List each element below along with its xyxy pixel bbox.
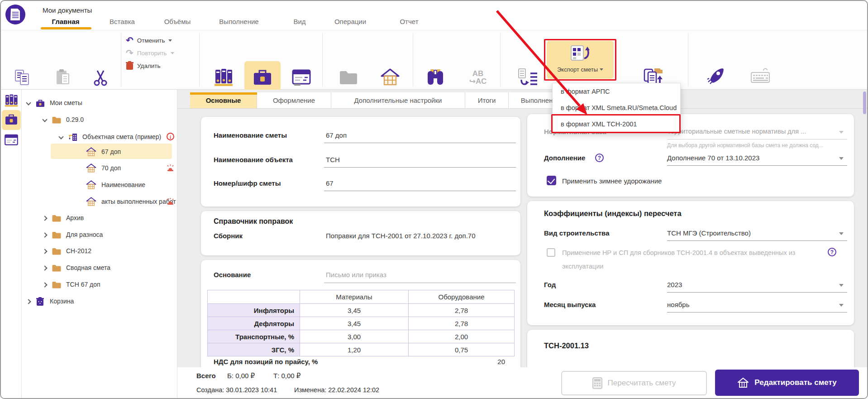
chevron-down-icon[interactable] (839, 157, 844, 160)
tree-item-0-29-0[interactable]: 0.29.0 (22, 112, 177, 128)
app-window: Мои документы Главная Вставка Объёмы Вып… (0, 0, 868, 399)
left-rail (1, 90, 22, 399)
chevron-down-icon[interactable] (839, 304, 844, 307)
nav-tab-operacii[interactable]: Операции (329, 16, 372, 28)
edit-estimate-label: Редактировать смету (754, 378, 836, 387)
year-select[interactable]: 2023 (667, 281, 682, 288)
scrollbar-thumb[interactable] (863, 91, 866, 114)
chevron-right-icon[interactable] (42, 265, 47, 270)
chevron-right-icon[interactable] (26, 299, 31, 304)
calculator-icon (592, 377, 602, 389)
rail-opened-icon[interactable] (4, 134, 19, 149)
app-logo-icon[interactable] (5, 5, 25, 24)
doc-tab-itogi[interactable]: Итоги (465, 92, 509, 109)
undo-icon: ↶ (126, 36, 134, 45)
info-badge-icon[interactable]: i (167, 133, 174, 140)
doc-tab-dop-nastroyki[interactable]: Дополнительные настройки (331, 92, 465, 109)
export-menu: в формат АРПС в формат XML Smeta.RU/Smet… (552, 83, 681, 133)
bases-icon (214, 61, 234, 94)
nav-tab-obyomy[interactable]: Объёмы (158, 16, 196, 28)
cell-inflators-materials[interactable]: 3,45 (300, 304, 409, 317)
estimate-name-field[interactable]: 67 доп (326, 131, 347, 139)
help-question-icon[interactable] (595, 154, 604, 162)
total-label: Всего (196, 372, 216, 380)
tree-item-70-dop[interactable]: 70 доп (22, 161, 177, 176)
cell-deflators-materials[interactable]: 3,45 (300, 317, 409, 330)
folder-icon (52, 247, 62, 257)
tree-item-korzina[interactable]: Корзина (22, 294, 177, 309)
winter-checkbox[interactable] (547, 176, 556, 185)
modified-date: Изменена: 22.02.2024 12:02 (294, 386, 379, 394)
undo-button[interactable]: ↶ Отменить (126, 35, 197, 46)
tree-item-akty[interactable]: акты выполненных работ (22, 194, 177, 210)
field-label: Номер/шифр сметы (214, 179, 281, 187)
basis-label: Основание (214, 271, 251, 279)
field-label: Наименование объекта (214, 156, 293, 163)
tree-item-arhiv[interactable]: Архив (22, 211, 177, 226)
export-estimate-button[interactable]: Экспорт сметы (547, 41, 614, 79)
month-select[interactable]: ноябрь (667, 301, 690, 308)
cell-transport-materials[interactable]: 3,00 (300, 330, 409, 343)
nr-sp-checkbox-label-line2: эксплуатации (562, 263, 603, 270)
copy-icon (14, 61, 32, 94)
estimate-house-icon (86, 197, 96, 208)
col-equipment: Оборудование (409, 290, 515, 304)
nav-tab-otchet[interactable]: Отчет (393, 16, 425, 28)
recalculate-button: Пересчитать смету (561, 371, 707, 395)
nav-tab-glavnaya[interactable]: Главная (44, 16, 87, 28)
tree-item-my-estimates[interactable]: Мои сметы (22, 96, 177, 111)
folder-icon (339, 61, 358, 94)
construction-type-select[interactable]: ТСН МГЭ (Строительство) (667, 229, 751, 237)
chevron-down-icon[interactable] (839, 284, 844, 287)
nav-tab-vid[interactable]: Вид (288, 16, 311, 28)
redo-icon: ↷ (126, 48, 134, 58)
collection-value[interactable]: Поправки для ТСН-2001 от 27.10.2023 г. д… (326, 232, 476, 240)
estimate-number-field[interactable]: 67 (326, 179, 334, 187)
object-name-field[interactable]: ТСН (326, 156, 340, 163)
chevron-down-icon[interactable] (839, 232, 844, 235)
doc-tab-osnovnye[interactable]: Основные (190, 92, 257, 109)
help-question-icon[interactable] (828, 248, 836, 256)
tree-item-67-dop[interactable]: 67 доп (22, 144, 177, 160)
winter-checkbox-label[interactable]: Применить зимнее удорожание (562, 177, 662, 185)
chevron-down-icon[interactable] (26, 100, 31, 105)
briefcase-icon (35, 99, 45, 110)
vat-value[interactable]: 20 (454, 358, 505, 365)
cell-inflators-equipment[interactable]: 2,78 (409, 304, 515, 317)
export-caret-icon[interactable] (600, 68, 603, 71)
tree-item-svodnaya[interactable]: Сводная смета (22, 260, 177, 276)
supplement-select[interactable]: Дополнение 70 от 13.10.2023 (667, 154, 759, 162)
chevron-right-icon[interactable] (42, 216, 47, 221)
doc-tab-oformlenie[interactable]: Оформление (257, 92, 331, 109)
tree-item-tsn67[interactable]: ТСН 67 доп (22, 277, 177, 293)
chevron-down-icon[interactable] (42, 117, 47, 122)
basis-input[interactable]: Письмо или приказ (326, 271, 386, 279)
cell-transport-equipment[interactable]: 2,00 (409, 330, 515, 343)
menu-item-xml-tsn[interactable]: в формат XML ТСН-2001 (553, 116, 680, 132)
cell-deflators-equipment[interactable]: 2,78 (409, 317, 515, 330)
menu-item-arps[interactable]: в формат АРПС (553, 83, 680, 100)
tree-item-sn2012[interactable]: СН-2012 (22, 244, 177, 259)
tree-item-object-estimate[interactable]: Объектная смета (пример) i (22, 130, 177, 145)
edit-estimate-button[interactable]: Редактировать смету (715, 370, 859, 396)
ribbon-separator (121, 33, 121, 87)
tree-item-naimenovanie[interactable]: Наименование (22, 178, 177, 193)
cell-zgs-equipment[interactable]: 0,75 (409, 343, 515, 356)
tree-item-dlya-raznosa[interactable]: Для разноса (22, 227, 177, 243)
rail-bases-icon[interactable] (4, 94, 19, 109)
rail-estimates-icon[interactable] (5, 113, 18, 128)
undo-caret-icon[interactable] (168, 39, 172, 42)
chevron-right-icon[interactable] (42, 249, 47, 254)
cell-zgs-materials[interactable]: 1,20 (300, 343, 409, 356)
delete-button[interactable]: Удалить (126, 60, 197, 71)
trash-icon (126, 61, 134, 70)
chevron-right-icon[interactable] (42, 282, 47, 287)
nav-tab-vstavka[interactable]: Вставка (102, 16, 142, 28)
nav-tab-vypolnenie[interactable]: Выполнение (215, 16, 263, 28)
card-title: Коэффициенты (индексы) пересчета (544, 209, 682, 218)
menu-item-xml-smeta[interactable]: в формат XML Smeta.RU/Smeta.Cloud (553, 100, 680, 116)
card-title: Справочник поправок (214, 217, 293, 226)
chevron-right-icon[interactable] (42, 232, 47, 237)
table-row: Дефляторы 3,45 2,78 (208, 317, 515, 330)
chevron-down-icon[interactable] (58, 134, 63, 139)
